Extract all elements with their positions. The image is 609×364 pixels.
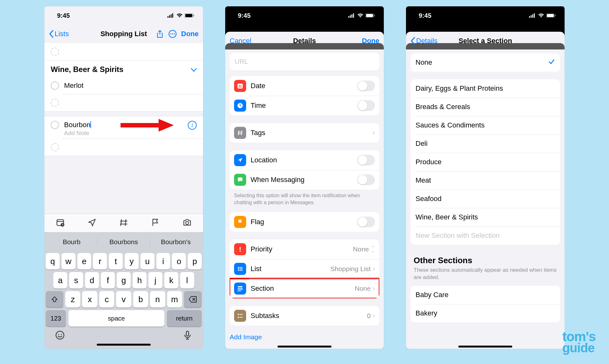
back-button[interactable]: Lists <box>49 30 69 38</box>
row-subtasks[interactable]: Subtasks 0 › <box>230 306 379 326</box>
key-numbers[interactable]: 123 <box>46 310 66 327</box>
key-b[interactable]: b <box>133 291 148 308</box>
section-option-none[interactable]: None <box>410 53 560 72</box>
row-location[interactable]: Location <box>230 150 379 170</box>
list-item-bourbon[interactable]: Bourbon Add Note i <box>44 116 203 139</box>
toggle[interactable] <box>357 81 375 91</box>
share-icon[interactable] <box>156 30 164 38</box>
prediction-3[interactable]: Bourbon's <box>150 238 202 246</box>
option-label: Meat <box>416 176 555 185</box>
key-w[interactable]: w <box>62 253 75 270</box>
done-button[interactable]: Done <box>181 30 199 38</box>
section-option[interactable]: Sauces & Condiments <box>410 116 560 134</box>
blank-row[interactable] <box>44 94 203 111</box>
key-shift[interactable] <box>46 291 63 308</box>
section-option[interactable]: Wine, Beer & Spirits <box>410 208 560 226</box>
svg-rect-5 <box>185 14 192 17</box>
add-note-placeholder[interactable]: Add Note <box>64 130 188 137</box>
svg-rect-35 <box>238 314 239 315</box>
section-option[interactable]: Dairy, Eggs & Plant Proteins <box>410 79 560 98</box>
key-s[interactable]: s <box>69 272 83 289</box>
key-q[interactable]: q <box>46 253 60 270</box>
svg-point-9 <box>172 33 173 34</box>
key-y[interactable]: y <box>125 253 139 270</box>
section-option[interactable]: Bakery <box>410 304 560 322</box>
key-g[interactable]: g <box>117 272 131 289</box>
option-label: Dairy, Eggs & Plant Proteins <box>416 84 555 93</box>
toggle[interactable] <box>357 100 375 111</box>
dictation-icon[interactable] <box>183 330 192 341</box>
section-option[interactable]: Meat <box>410 171 560 190</box>
key-z[interactable]: z <box>65 291 80 308</box>
more-icon[interactable] <box>168 30 177 38</box>
hashtag-icon[interactable] <box>119 218 128 228</box>
emoji-icon[interactable] <box>55 330 65 341</box>
calendar-icon[interactable] <box>56 218 65 228</box>
add-image-link[interactable]: Add Image <box>230 333 379 341</box>
info-icon[interactable]: i <box>188 121 197 130</box>
toggle[interactable] <box>357 217 375 227</box>
row-flag[interactable]: Flag <box>230 212 379 232</box>
key-r[interactable]: r <box>93 253 107 270</box>
location-icon[interactable] <box>88 218 96 228</box>
section-option[interactable]: Deli <box>410 134 560 153</box>
row-label: When Messaging <box>251 176 357 184</box>
row-section[interactable]: Section None › <box>230 279 379 298</box>
toggle[interactable] <box>357 174 375 185</box>
key-return[interactable]: return <box>167 310 202 327</box>
cancel-button[interactable]: Cancel <box>230 37 251 45</box>
section-option[interactable]: Seafood <box>410 190 560 208</box>
key-p[interactable]: p <box>188 253 202 270</box>
camera-icon[interactable] <box>183 218 192 228</box>
list-item-merlot[interactable]: Merlot <box>44 77 203 94</box>
key-a[interactable]: a <box>53 272 67 289</box>
row-list[interactable]: List Shopping List › <box>230 259 379 279</box>
key-h[interactable]: h <box>133 272 147 289</box>
row-date[interactable]: 31 Date <box>230 76 379 96</box>
blank-row[interactable] <box>44 43 203 60</box>
key-e[interactable]: e <box>77 253 91 270</box>
row-priority[interactable]: Priority None ⌃⌄ <box>230 239 379 259</box>
section-option[interactable]: Produce <box>410 153 560 171</box>
new-item-bullet-icon <box>51 48 59 56</box>
chevron-right-icon: › <box>373 284 375 293</box>
url-field[interactable]: URL <box>230 53 379 70</box>
section-option[interactable]: Baby Care <box>410 286 560 304</box>
key-m[interactable]: m <box>167 291 182 308</box>
done-button[interactable]: Done <box>362 37 379 45</box>
row-label: Tags <box>251 129 371 137</box>
key-delete[interactable] <box>184 291 202 308</box>
row-time[interactable]: Time <box>230 96 379 115</box>
key-j[interactable]: j <box>148 272 162 289</box>
flag-icon <box>234 216 246 228</box>
key-x[interactable]: x <box>82 291 97 308</box>
key-i[interactable]: i <box>156 253 170 270</box>
key-t[interactable]: t <box>109 253 123 270</box>
row-messaging[interactable]: When Messaging <box>230 170 379 190</box>
sheet-nav: Cancel Details Done <box>225 32 384 50</box>
wifi-icon <box>176 12 183 19</box>
svg-point-10 <box>174 33 175 34</box>
subtasks-icon <box>234 310 246 322</box>
option-label: Bakery <box>416 309 555 317</box>
updown-icon: ⌃⌄ <box>371 246 375 252</box>
key-u[interactable]: u <box>141 253 154 270</box>
section-option[interactable]: Breads & Cereals <box>410 98 560 116</box>
key-o[interactable]: o <box>172 253 186 270</box>
key-n[interactable]: n <box>150 291 165 308</box>
row-tags[interactable]: Tags › <box>230 123 379 143</box>
key-d[interactable]: d <box>85 272 99 289</box>
blank-row[interactable] <box>44 139 203 156</box>
key-k[interactable]: k <box>164 272 178 289</box>
flag-icon[interactable] <box>151 218 160 228</box>
section-header-wine[interactable]: Wine, Beer & Spirits <box>44 61 203 77</box>
key-l[interactable]: l <box>180 272 194 289</box>
prediction-2[interactable]: Bourbons <box>98 238 150 246</box>
key-space[interactable]: space <box>69 310 164 327</box>
key-f[interactable]: f <box>101 272 115 289</box>
back-button[interactable]: Details <box>410 37 437 45</box>
toggle[interactable] <box>357 155 375 166</box>
key-v[interactable]: v <box>116 291 131 308</box>
prediction-1[interactable]: Bourb <box>46 238 98 246</box>
key-c[interactable]: c <box>99 291 114 308</box>
